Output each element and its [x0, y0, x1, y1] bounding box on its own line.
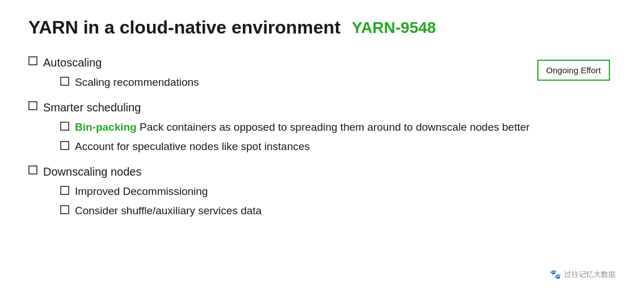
item-label: Pack containers as opposed to spreading … — [137, 121, 530, 133]
badge-container: Ongoing Effort — [537, 54, 616, 81]
sub-list: Scaling recommendations — [43, 74, 199, 91]
list-item: Smarter scheduling Bin-packing Pack cont… — [28, 99, 537, 159]
list-item: Autoscaling Scaling recommendations — [28, 54, 537, 94]
checkbox-icon — [28, 165, 37, 174]
list-item: Scaling recommendations — [43, 74, 199, 91]
ongoing-effort-badge: Ongoing Effort — [537, 60, 610, 81]
sub-list: Improved Decommissioning Consider shuffl… — [43, 184, 262, 219]
checkbox-icon — [60, 77, 69, 86]
list-item: Improved Decommissioning — [43, 184, 262, 200]
page-title: YARN in a cloud-native environment — [28, 17, 340, 38]
list-item: Downscaling nodes Improved Decommissioni… — [28, 163, 537, 223]
item-label: Scaling recommendations — [75, 74, 199, 91]
content-area: Autoscaling Scaling recommendations Smar… — [28, 54, 616, 227]
checkbox-icon — [60, 186, 69, 195]
watermark-text: 过往记忆大数据 — [564, 269, 616, 280]
checkbox-icon — [28, 101, 37, 110]
jira-link[interactable]: YARN-9548 — [352, 19, 436, 37]
checkbox-icon — [28, 56, 37, 65]
main-list: Autoscaling Scaling recommendations Smar… — [28, 54, 537, 227]
item-label: Smarter scheduling — [43, 101, 141, 114]
item-label: Improved Decommissioning — [75, 184, 208, 200]
checkbox-icon — [60, 141, 69, 150]
green-label: Bin-packing — [75, 121, 137, 133]
item-label: Downscaling nodes — [43, 165, 141, 178]
page-header: YARN in a cloud-native environment YARN-… — [28, 17, 616, 38]
list-item: Consider shuffle/auxiliary services data — [43, 203, 262, 219]
item-label: Consider shuffle/auxiliary services data — [75, 203, 262, 219]
watermark: 🐾 过往记忆大数据 — [550, 269, 616, 280]
item-label: Autoscaling — [43, 56, 102, 69]
item-label: Account for speculative nodes like spot … — [75, 139, 310, 155]
sub-list: Bin-packing Pack containers as opposed t… — [43, 119, 530, 155]
list-item: Bin-packing Pack containers as opposed t… — [43, 119, 530, 136]
top-level-list: Autoscaling Scaling recommendations Smar… — [28, 54, 537, 223]
watermark-icon: 🐾 — [550, 269, 561, 280]
checkbox-icon — [60, 205, 69, 214]
list-item: Account for speculative nodes like spot … — [43, 139, 530, 155]
checkbox-icon — [60, 122, 69, 131]
